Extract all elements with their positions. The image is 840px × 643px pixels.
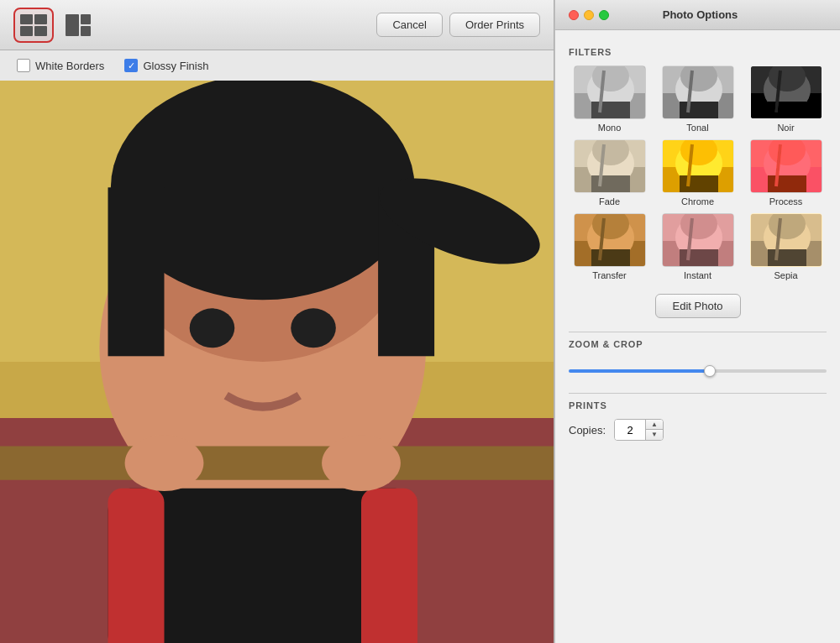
prints-header: PRINTS bbox=[569, 400, 827, 410]
grid-view-button[interactable] bbox=[13, 8, 54, 43]
order-prints-button[interactable]: Order Prints bbox=[449, 13, 540, 37]
svg-rect-78 bbox=[768, 175, 806, 193]
filter-sepia-label: Sepia bbox=[774, 270, 797, 280]
svg-rect-66 bbox=[591, 175, 630, 193]
filter-instant-thumb bbox=[662, 213, 734, 267]
filter-fade-label: Fade bbox=[599, 196, 620, 206]
filter-noir[interactable]: Noir bbox=[745, 65, 827, 133]
glossy-finish-option[interactable]: ✓ Glossy Finish bbox=[124, 59, 208, 72]
copies-increment-button[interactable]: ▲ bbox=[646, 420, 663, 430]
filter-process[interactable]: Process bbox=[745, 139, 827, 206]
secondary-photo bbox=[127, 409, 428, 575]
glossy-finish-label: Glossy Finish bbox=[143, 60, 208, 72]
copies-decrement-button[interactable]: ▼ bbox=[646, 430, 663, 440]
filter-sepia-thumb bbox=[750, 213, 822, 267]
maximize-button[interactable] bbox=[599, 10, 609, 20]
collage-view-button[interactable] bbox=[60, 9, 97, 41]
filter-transfer-thumb bbox=[574, 213, 646, 267]
filter-mono-thumb bbox=[574, 65, 646, 119]
secondary-photo-container[interactable] bbox=[126, 408, 428, 576]
copies-row: Copies: ▲ ▼ bbox=[569, 419, 827, 441]
filter-chrome[interactable]: Chrome bbox=[657, 139, 738, 206]
svg-rect-54 bbox=[680, 102, 718, 119]
options-bar: White Borders ✓ Glossy Finish bbox=[0, 50, 554, 81]
svg-point-43 bbox=[322, 435, 401, 491]
svg-rect-84 bbox=[591, 249, 630, 267]
filter-instant[interactable]: Instant bbox=[657, 213, 738, 280]
copies-input-group: ▲ ▼ bbox=[614, 419, 664, 441]
filter-transfer-label: Transfer bbox=[592, 270, 627, 280]
panel-titlebar: Photo Options bbox=[555, 0, 840, 30]
filter-tonal[interactable]: Tonal bbox=[657, 65, 738, 133]
white-borders-label: White Borders bbox=[35, 60, 104, 72]
close-button[interactable] bbox=[569, 10, 579, 20]
filter-tonal-thumb bbox=[662, 65, 734, 119]
filter-process-label: Process bbox=[769, 196, 803, 206]
divider-1 bbox=[569, 332, 827, 332]
filter-tonal-label: Tonal bbox=[686, 123, 708, 133]
white-borders-checkbox[interactable] bbox=[17, 59, 30, 72]
minimize-button[interactable] bbox=[584, 10, 594, 20]
zoom-slider[interactable] bbox=[569, 369, 827, 373]
filter-chrome-thumb bbox=[662, 139, 734, 193]
filter-mono-label: Mono bbox=[598, 123, 622, 133]
photo-canvas: DJR WORKMAN bbox=[0, 81, 554, 643]
cancel-button[interactable]: Cancel bbox=[376, 13, 442, 37]
copies-stepper: ▲ ▼ bbox=[645, 420, 663, 440]
svg-rect-60 bbox=[768, 102, 806, 119]
svg-rect-39 bbox=[126, 489, 165, 576]
filter-noir-thumb bbox=[750, 65, 822, 119]
filter-instant-label: Instant bbox=[684, 270, 711, 280]
edit-photo-button[interactable]: Edit Photo bbox=[655, 294, 741, 318]
collage-icon bbox=[64, 13, 94, 38]
right-panel: Photo Options FILTERS Mono bbox=[554, 0, 840, 643]
prints-section: PRINTS Copies: ▲ ▼ bbox=[569, 400, 827, 441]
filter-chrome-label: Chrome bbox=[681, 196, 714, 206]
white-borders-option[interactable]: White Borders bbox=[17, 59, 104, 72]
zoom-slider-container bbox=[569, 358, 827, 379]
svg-rect-48 bbox=[591, 102, 630, 119]
toolbar: Cancel Order Prints bbox=[0, 0, 554, 50]
left-panel: Cancel Order Prints White Borders ✓ Glos… bbox=[0, 0, 554, 643]
filter-fade[interactable]: Fade bbox=[569, 139, 650, 206]
filters-grid: Mono Tonal bbox=[569, 65, 827, 280]
divider-2 bbox=[569, 393, 827, 394]
filter-sepia[interactable]: Sepia bbox=[745, 213, 827, 280]
filter-fade-thumb bbox=[574, 139, 646, 193]
filter-mono[interactable]: Mono bbox=[569, 65, 650, 133]
svg-point-42 bbox=[126, 435, 204, 491]
copies-input[interactable] bbox=[615, 420, 645, 440]
filter-transfer[interactable]: Transfer bbox=[569, 213, 650, 280]
grid-icon bbox=[18, 13, 49, 38]
traffic-lights bbox=[569, 10, 609, 20]
panel-content: FILTERS Mono bbox=[555, 30, 840, 643]
svg-rect-90 bbox=[680, 249, 718, 267]
panel-title: Photo Options bbox=[616, 8, 785, 21]
copies-label: Copies: bbox=[569, 424, 606, 437]
zoom-crop-section: ZOOM & CROP bbox=[569, 339, 827, 379]
zoom-crop-header: ZOOM & CROP bbox=[569, 339, 827, 349]
filters-section-header: FILTERS bbox=[569, 47, 827, 57]
svg-rect-72 bbox=[680, 175, 718, 193]
filter-noir-label: Noir bbox=[777, 123, 794, 133]
svg-rect-40 bbox=[361, 489, 417, 576]
glossy-finish-checkbox[interactable]: ✓ bbox=[124, 59, 138, 72]
svg-rect-96 bbox=[768, 249, 806, 267]
filter-process-thumb bbox=[750, 139, 822, 193]
